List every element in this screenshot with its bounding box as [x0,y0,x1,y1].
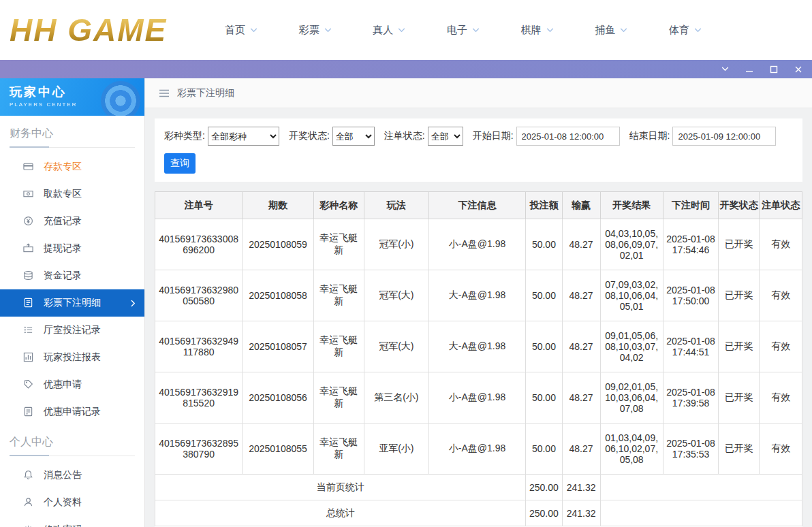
table-cell-注单状态: 有效 [760,372,802,424]
top-nav: 首页彩票真人电子棋牌捕鱼体育 [225,24,702,37]
table-cell-注单状态: 有效 [760,321,802,372]
nav-item-首页[interactable]: 首页 [225,24,257,37]
nav-item-真人[interactable]: 真人 [373,24,405,37]
table-cell-开奖结果: 09,02,01,05,10,03,06,04,07,08 [600,372,663,424]
cashout-record-icon [23,243,34,254]
end-date-input[interactable] [672,127,776,146]
filter-row: 彩种类型: 全部彩种 开奖状态: 全部 注单状态: 全部 开始日期: 结束日期: [164,127,793,146]
close-icon[interactable] [794,65,802,74]
chevron-down-icon [620,28,627,33]
table-cell-下注时间: 2025-01-08 17:54:46 [663,219,719,270]
sidebar-item-label: 彩票下注明细 [44,297,101,309]
table-cell-开奖结果: 09,01,05,06,08,10,03,07,04,02 [600,321,663,372]
column-header-下注时间: 下注时间 [663,192,719,219]
table-cell-玩法: 亚军(小) [364,424,428,475]
sidebar-item-存款专区[interactable]: 存款专区 [0,153,144,180]
table-cell-彩种名称: 幸运飞艇新 [313,372,364,424]
nav-item-电子[interactable]: 电子 [447,24,480,37]
table-cell-开奖状态: 已开奖 [719,219,760,270]
table-cell-期数: 20250108059 [243,219,314,270]
table-cell-期数: 20250108058 [243,270,314,321]
sidebar-item-label: 存款专区 [44,161,82,173]
table-cell-彩种名称: 幸运飞艇新 [313,219,364,270]
table-cell-注单号: 401569173633008696200 [155,219,243,270]
draw-status-select[interactable]: 全部 [332,127,375,146]
window-titlebar [0,60,812,78]
search-button[interactable]: 查询 [164,153,196,174]
table-cell-玩法: 冠军(大) [364,270,428,321]
window-controls [721,65,802,74]
table-cell-投注额: 50.00 [526,424,562,475]
lottery-type-select[interactable]: 全部彩种 [208,127,279,146]
table-cell-开奖状态: 已开奖 [719,372,760,424]
gear-icon [23,524,34,527]
column-header-下注信息: 下注信息 [428,192,526,219]
table-cell-注单状态: 有效 [760,219,802,270]
sidebar-item-label: 优惠申请记录 [44,406,101,418]
table-cell-彩种名称: 幸运飞艇新 [313,321,364,372]
sidebar-item-厅室投注记录[interactable]: 厅室投注记录 [0,317,144,344]
sidebar-item-玩家投注报表[interactable]: 玩家投注报表 [0,344,144,371]
table-cell-投注额: 50.00 [526,321,562,372]
sidebar-item-优惠申请记录[interactable]: 优惠申请记录 [0,398,144,426]
start-date-input[interactable] [516,127,620,146]
nav-item-捕鱼[interactable]: 捕鱼 [595,24,627,37]
summary-win-total: 241.32 [562,500,600,526]
sidebar-item-提现记录[interactable]: 提现记录 [0,235,144,262]
chevron-down-icon [694,28,702,33]
player-report-icon [23,352,34,363]
table-cell-输赢: 48.27 [562,219,600,270]
nav-item-棋牌[interactable]: 棋牌 [521,24,554,37]
nav-item-label: 彩票 [299,24,319,37]
sidebar-item-充值记录[interactable]: 充值记录 [0,208,144,235]
table-cell-下注时间: 2025-01-08 17:35:53 [663,424,719,475]
sidebar-item-label: 提现记录 [44,242,82,255]
sidebar-item-优惠申请[interactable]: 优惠申请 [0,371,144,398]
nav-item-彩票[interactable]: 彩票 [299,24,332,37]
sidebar-item-彩票下注明细[interactable]: 彩票下注明细 [0,289,144,317]
menu-icon[interactable] [159,89,170,97]
sidebar-item-个人资料[interactable]: 个人资料 [0,489,144,516]
table-cell-注单状态: 有效 [760,270,802,321]
draw-status-label: 开奖状态: [289,130,330,142]
column-header-期数: 期数 [243,192,314,219]
table-cell-注单状态: 有效 [760,424,802,475]
sidebar-item-取款专区[interactable]: 取款专区 [0,180,144,208]
table-cell-开奖结果: 01,03,04,09,06,10,02,07,05,08 [600,424,663,475]
filter-panel: 彩种类型: 全部彩种 开奖状态: 全部 注单状态: 全部 开始日期: 结束日期:… [155,118,802,182]
maximize-icon[interactable] [770,65,778,74]
table-cell-下注信息: 小-A盘@1.98 [428,424,526,475]
sidebar-item-消息公告[interactable]: 消息公告 [0,462,144,489]
minimize-icon[interactable] [745,65,753,74]
chevron-down-icon [250,28,257,33]
column-header-开奖状态: 开奖状态 [719,192,760,219]
table-cell-下注信息: 大-A盘@1.98 [428,321,526,372]
table-cell-输赢: 48.27 [562,372,600,424]
table-cell-下注时间: 2025-01-08 17:50:00 [663,270,719,321]
table-cell-彩种名称: 幸运飞艇新 [313,424,364,475]
chevron-down-icon[interactable] [721,65,729,74]
sidebar-item-资金记录[interactable]: 资金记录 [0,262,144,289]
table-cell-下注信息: 小-A盘@1.98 [428,372,526,424]
recharge-record-icon [23,216,34,227]
table-row: 40156917363300869620020250108059幸运飞艇新冠军(… [155,219,802,270]
table-cell-开奖状态: 已开奖 [719,270,760,321]
sidebar-item-label: 个人资料 [44,496,82,509]
order-status-select[interactable]: 全部 [428,127,463,146]
app-body: 玩家中心 PLAYERS CENTER 财务中心存款专区取款专区充值记录提现记录… [0,78,812,527]
table-row: 40156917363289538079020250108055幸运飞艇新亚军(… [155,424,802,475]
sidebar-item-修改密码[interactable]: 修改密码 [0,516,144,527]
promo-record-icon [23,406,34,417]
table-cell-注单号: 401569173632949117880 [155,321,243,372]
top-header: HH GAME 首页彩票真人电子棋牌捕鱼体育 [0,0,812,60]
summary-label: 当前页统计 [155,475,526,500]
table-cell-输赢: 48.27 [562,424,600,475]
table-cell-期数: 20250108056 [243,372,314,424]
chevron-right-icon [131,300,136,307]
sidebar-item-label: 玩家投注报表 [44,351,101,364]
nav-item-体育[interactable]: 体育 [669,24,702,37]
sidebar-section-title: 财务中心 [10,127,135,148]
column-header-投注额: 投注额 [526,192,562,219]
table-cell-注单号: 401569173632980050580 [155,270,243,321]
nav-item-label: 真人 [373,24,393,37]
